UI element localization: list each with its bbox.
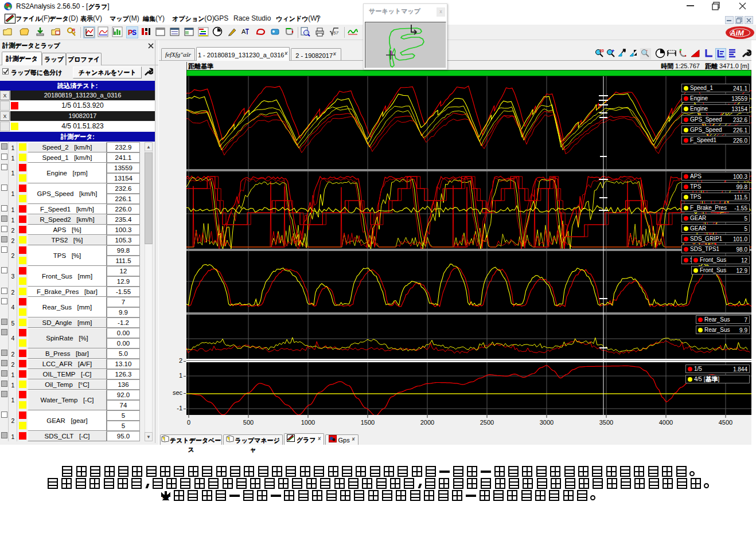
svg-text:4000: 4000 <box>659 419 673 426</box>
svg-text:3000: 3000 <box>540 419 554 426</box>
svg-text:57: 57 <box>333 30 338 36</box>
svg-text:2500: 2500 <box>480 419 494 426</box>
svg-text:A: A <box>241 28 246 35</box>
svg-text:S: S <box>132 29 137 37</box>
svg-text:500: 500 <box>243 419 254 426</box>
svg-text:+: + <box>611 48 614 54</box>
svg-text:2000: 2000 <box>420 419 434 426</box>
svg-text:R: R <box>72 28 75 32</box>
svg-text:1000: 1000 <box>301 419 315 426</box>
svg-text:20: 20 <box>599 49 604 53</box>
svg-text:1500: 1500 <box>361 419 375 426</box>
svg-text:4500: 4500 <box>719 419 732 426</box>
svg-text:AiM: AiM <box>730 29 745 37</box>
svg-text:0: 0 <box>187 419 190 426</box>
svg-text:3500: 3500 <box>599 419 613 426</box>
